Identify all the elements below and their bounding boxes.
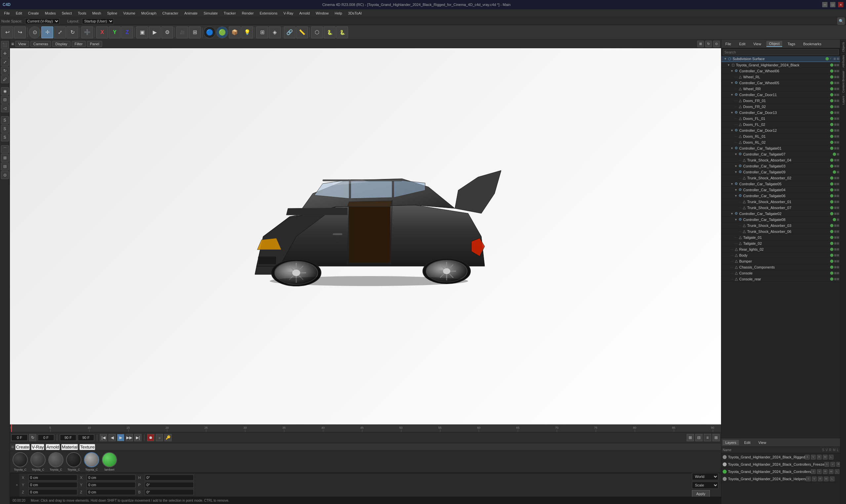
obj-row-wheel-rr[interactable]: — △ Wheel_RR ⊞⊞	[721, 86, 840, 92]
object-search-input[interactable]	[723, 49, 839, 55]
vis-dot-wheel06[interactable]	[830, 69, 833, 73]
add-button[interactable]: ➕	[81, 26, 93, 38]
material-item-2[interactable]: Toyota_C	[48, 452, 64, 471]
obj-row-wheel06[interactable]: ▼ ⚙ Controller_Car_Wheel06 ⊞⊞	[721, 68, 840, 74]
end-frame-input[interactable]	[60, 434, 76, 441]
menu-window[interactable]: Window	[313, 11, 331, 16]
left-tool-5[interactable]: 🖊	[1, 75, 9, 83]
x-size-input[interactable]	[87, 474, 136, 481]
left-tool-6[interactable]: ◉	[1, 87, 9, 95]
obj-row-tailgate08[interactable]: ▼ ⚙ Controller_Car_Tailgate08 ⊞	[721, 217, 840, 222]
color-button[interactable]: 🟢	[216, 26, 228, 38]
keyframe-button[interactable]: ⬦	[156, 434, 163, 441]
obj-row-rear-lights02[interactable]: — △ Rear_lights_02 ⊞⊞	[721, 246, 840, 252]
fps-input[interactable]	[78, 434, 94, 441]
vp-cameras-btn[interactable]: Cameras	[30, 41, 51, 47]
world-select[interactable]: World Object	[692, 473, 719, 480]
maximize-button[interactable]: □	[830, 2, 835, 7]
vp-view-btn[interactable]: View	[15, 41, 29, 47]
layer-render-0[interactable]: R	[817, 455, 822, 460]
x-axis-button[interactable]: X	[96, 26, 108, 38]
obj-row-doors-fr02[interactable]: — △ Doors_FR_02 ⊞⊞	[721, 104, 840, 110]
perspective-button[interactable]: 🎥	[176, 26, 188, 38]
material-item-1[interactable]: Toyota_C	[30, 452, 46, 471]
obj-row-trunk-shock06[interactable]: — △ Trunk_Shock_Absorber_06 ⊞⊞	[721, 229, 840, 234]
obj-row-wheel05[interactable]: ▼ ⚙ Controller_Car_Wheel05 ⊞⊞	[721, 80, 840, 86]
search-scene-button[interactable]: 🔍	[838, 18, 845, 25]
mat-create-btn[interactable]: Create	[15, 444, 30, 450]
layer-row-3[interactable]: Toyota_Grand_Highlander_2024_Black_Helpe…	[721, 475, 840, 483]
obj-row-console-rear[interactable]: — △ Console_rear ⊞⊞	[721, 276, 840, 282]
menu-render[interactable]: Render	[239, 11, 256, 16]
menu-mograph[interactable]: MoGraph	[139, 11, 159, 16]
node-button[interactable]: ⬡	[311, 26, 323, 38]
tc-extra-3[interactable]: ≡	[704, 434, 711, 441]
obj-row-body[interactable]: — △ Body ⊞⊞	[721, 252, 840, 258]
layout-select[interactable]: Startup (User)	[82, 18, 114, 24]
tab-edit-obj[interactable]: Edit	[737, 41, 748, 47]
object-mode-button[interactable]: ▣	[136, 26, 148, 38]
obj-row-doors-rl01[interactable]: — △ Doors_RL_01 ⊞⊞	[721, 133, 840, 139]
viewport-menu-icon[interactable]: ≡	[11, 41, 14, 47]
menu-help[interactable]: Help	[332, 11, 345, 16]
layer-row-0[interactable]: Toyota_Grand_Highlander_2024_Black_Rigge…	[721, 453, 840, 461]
obj-row-door11[interactable]: ▼ ⚙ Controller_Car_Door11 ⊞⊞	[721, 92, 840, 98]
side-tab-content-browser[interactable]: Content Browser	[841, 69, 846, 94]
obj-row-tailgate01[interactable]: ▼ ⚙ Controller_Car_Tailgate01 ⊞⊞	[721, 145, 840, 151]
menu-spline[interactable]: Spline	[104, 11, 120, 16]
obj-row-subdivision-surface[interactable]: ▼ ⬡ Subdivision Surface ✓ ⊞ ⊞	[721, 56, 840, 62]
left-tool-11[interactable]: S	[1, 133, 9, 141]
material-item-5[interactable]: lambert	[102, 452, 117, 471]
obj-row-door13[interactable]: ▼ ⚙ Controller_Car_Door13 ⊞⊞	[721, 110, 840, 115]
menu-3dstoai[interactable]: 3DsToAI	[345, 11, 365, 16]
obj-row-doors-fl02[interactable]: — △ Doors_FL_02 ⊞⊞	[721, 122, 840, 127]
layer-lock-2[interactable]: L	[835, 469, 840, 474]
layer-row-1[interactable]: Toyota_Grand_Highlander_2024_Black_Contr…	[721, 461, 840, 468]
menu-tools[interactable]: Tools	[75, 11, 89, 16]
vp-panel-btn[interactable]: Panel	[87, 41, 102, 47]
mat-arnold-btn[interactable]: Arnold	[46, 444, 60, 450]
vis-dot-toyota[interactable]	[830, 64, 833, 67]
expand-arrow-door13[interactable]: ▼	[730, 111, 734, 114]
obj-row-trunk-shock03[interactable]: — △ Trunk_Shock_Absorber_03 ⊞⊞	[721, 222, 840, 229]
obj-row-bumper[interactable]: — △ Bumper ⊞⊞	[721, 258, 840, 264]
menu-file[interactable]: File	[1, 11, 13, 16]
vis-dot-doors-fr01[interactable]	[830, 99, 833, 102]
tab-bookmarks[interactable]: Bookmarks	[800, 41, 824, 47]
y-pos-input[interactable]	[29, 482, 77, 488]
y-size-input[interactable]	[87, 482, 136, 488]
layer-solo-2[interactable]: S	[811, 469, 816, 474]
expand-arrow-door12[interactable]: ▼	[730, 128, 734, 132]
vis-dot-doors-fl01[interactable]	[830, 117, 833, 120]
menu-tracker[interactable]: Tracker	[221, 11, 239, 16]
material-toolbar-icon[interactable]: ≡	[11, 444, 14, 450]
grid-button[interactable]: ⊞	[256, 26, 268, 38]
left-tool-10[interactable]: S	[1, 125, 9, 133]
obj-row-tailgate-2[interactable]: — △ Tailgate_02 ⊞⊞	[721, 240, 840, 246]
snapping-button[interactable]: 🔗	[284, 26, 296, 38]
layer-solo-0[interactable]: S	[805, 455, 810, 460]
menu-animate[interactable]: Animate	[182, 11, 200, 16]
obj-row-chassis[interactable]: — △ Chassis_Components ⊞⊞	[721, 264, 840, 270]
menu-character[interactable]: Character	[160, 11, 181, 16]
obj-row-trunk-shock02[interactable]: — △ Trunk_Shock_Absorber_02 ⊞⊞	[721, 175, 840, 181]
obj-row-doors-fr01[interactable]: — △ Doors_FR_01 ⊞⊞	[721, 98, 840, 104]
apply-button[interactable]: Apply	[692, 490, 710, 498]
side-tab-attributes[interactable]: Attributes	[841, 54, 846, 69]
x-pos-input[interactable]	[29, 474, 77, 481]
record-button[interactable]: ⏺	[147, 434, 154, 441]
obj-row-tailgate05[interactable]: ▼ ⚙ Controller_Car_Tailgate05 ⊞⊞	[721, 181, 840, 187]
menu-modes[interactable]: Modes	[42, 11, 58, 16]
menu-edit[interactable]: Edit	[13, 11, 25, 16]
layer-vis-2[interactable]: V	[817, 469, 822, 474]
layer-motion-2[interactable]: M	[829, 469, 833, 474]
left-tool-12[interactable]: ⌒	[1, 145, 9, 153]
vp-extra-1[interactable]: ⊞	[697, 41, 704, 47]
vray-sphere-button[interactable]: 🔵	[204, 26, 215, 38]
tc-extra-2[interactable]: ⊟	[695, 434, 703, 441]
redo-button[interactable]: ↪	[14, 26, 26, 38]
z-pos-input[interactable]	[29, 489, 77, 495]
obj-row-trunk-shock01[interactable]: — △ Trunk_Shock_Absorber_01 ⊞⊞	[721, 199, 840, 205]
layer-vis-1[interactable]: V	[830, 462, 835, 467]
menu-select[interactable]: Select	[59, 11, 75, 16]
